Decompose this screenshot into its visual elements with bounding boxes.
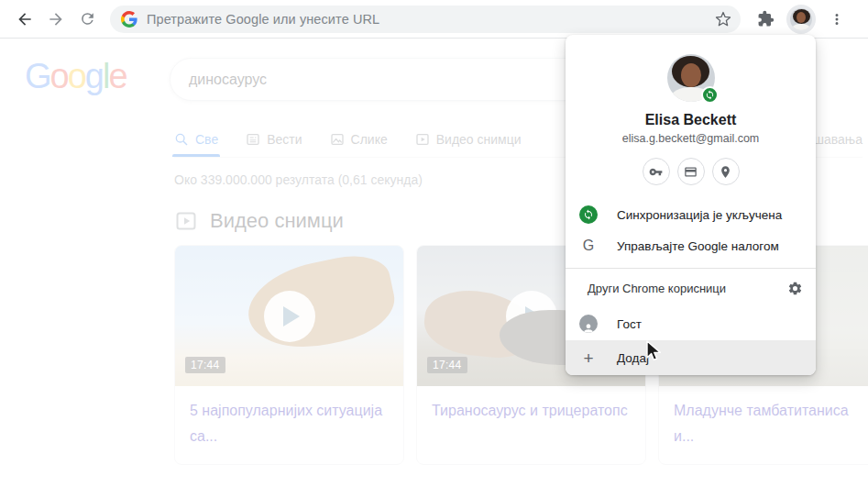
logo-letter: G xyxy=(25,57,50,96)
add-user-item[interactable]: + Додај xyxy=(566,340,816,375)
manage-users-gear-icon[interactable] xyxy=(787,281,803,296)
extensions-icon[interactable] xyxy=(750,4,781,35)
user-avatar-icon xyxy=(790,8,812,30)
video-duration: 17:44 xyxy=(427,357,467,373)
profile-menu: Elisa Beckett elisa.g.beckett@gmail.com … xyxy=(566,35,816,375)
video-title[interactable]: Младунче тамбатитаниса и... xyxy=(659,386,868,464)
back-icon[interactable] xyxy=(9,4,40,35)
google-g-gray-icon: G xyxy=(583,238,594,253)
address-bar[interactable]: Претражите Google или унесите URL xyxy=(110,6,741,33)
video-section-icon xyxy=(175,210,197,232)
forward-icon[interactable] xyxy=(40,4,71,35)
passwords-key-icon[interactable] xyxy=(643,158,670,185)
search-icon xyxy=(174,132,189,147)
manage-account-item[interactable]: G Управљајте Google налогом xyxy=(566,230,816,261)
video-duration: 17:44 xyxy=(185,357,225,373)
browser-toolbar: Претражите Google или унесите URL xyxy=(0,0,868,39)
profile-avatar xyxy=(667,54,715,102)
play-icon[interactable] xyxy=(264,291,315,342)
search-query[interactable]: диносаурус xyxy=(189,72,267,88)
addresses-pin-icon[interactable] xyxy=(712,158,740,185)
sync-on-icon xyxy=(579,205,598,224)
tab-images[interactable]: Слике xyxy=(330,121,388,157)
tab-all[interactable]: Све xyxy=(174,121,218,157)
sync-status-label: Синхронизација је укључена xyxy=(617,208,782,222)
other-users-section: Други Chrome корисници xyxy=(566,269,816,307)
profile-shortcuts xyxy=(566,158,816,199)
tab-news[interactable]: Вести xyxy=(246,121,302,157)
images-icon xyxy=(330,132,345,147)
video-thumbnail[interactable]: 17:44 xyxy=(175,246,403,386)
guest-avatar-icon xyxy=(579,315,598,333)
guest-label: Гост xyxy=(617,317,642,331)
payment-card-icon[interactable] xyxy=(677,158,705,185)
manage-account-label: Управљајте Google налогом xyxy=(617,239,779,253)
videos-section-header: Видео снимци xyxy=(175,209,344,233)
other-users-header: Други Chrome корисници xyxy=(588,282,787,295)
browser-menu-icon[interactable] xyxy=(821,4,852,35)
google-g-icon xyxy=(121,11,137,28)
mouse-cursor xyxy=(644,340,665,366)
video-card[interactable]: 17:44 5 најпопуларнијих ситуација са... xyxy=(174,245,404,465)
google-logo: Google xyxy=(25,57,126,96)
tab-videos[interactable]: Видео снимци xyxy=(415,121,522,157)
news-icon xyxy=(246,132,260,147)
refresh-icon[interactable] xyxy=(71,4,103,35)
video-icon xyxy=(415,132,430,147)
profile-avatar-button[interactable] xyxy=(786,5,816,34)
bookmark-star-icon[interactable] xyxy=(715,11,731,28)
video-title[interactable]: Тираносаурус и трицератопс xyxy=(417,386,645,462)
video-title[interactable]: 5 најпопуларнијих ситуација са... xyxy=(175,386,403,464)
profile-menu-header: Elisa Beckett elisa.g.beckett@gmail.com xyxy=(566,35,816,145)
videos-section-title: Видео снимци xyxy=(210,209,344,233)
browser-window: Претражите Google или унесите URL Google… xyxy=(0,0,868,487)
profile-email: elisa.g.beckett@gmail.com xyxy=(622,132,760,145)
play-icon[interactable] xyxy=(506,291,557,342)
profile-name: Elisa Beckett xyxy=(645,112,737,128)
sync-status-item[interactable]: Синхронизација је укључена xyxy=(566,199,816,230)
address-placeholder[interactable]: Претражите Google или унесите URL xyxy=(147,12,715,27)
sync-badge-icon xyxy=(701,86,719,104)
plus-icon: + xyxy=(583,349,593,367)
guest-user-item[interactable]: Гост xyxy=(566,307,816,340)
results-stats: Око 339.000.000 резултата (0,61 секунда) xyxy=(174,172,423,187)
